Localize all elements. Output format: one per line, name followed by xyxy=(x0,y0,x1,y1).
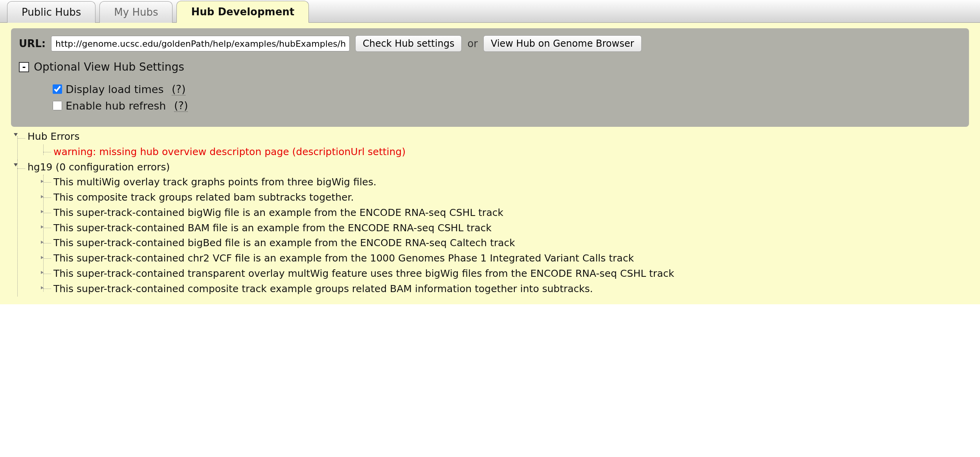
track-label[interactable]: This super-track-contained composite tra… xyxy=(53,283,593,294)
hub-errors-children: warning: missing hub overview descripton… xyxy=(42,144,980,160)
tab-bar: Public Hubs My Hubs Hub Development xyxy=(0,0,980,23)
url-label: URL: xyxy=(19,38,46,49)
settings-panel: URL: Check Hub settings or View Hub on G… xyxy=(11,28,969,127)
help-icon[interactable]: (?) xyxy=(174,99,188,112)
tree-leaf-track: This super-track-contained bigBed file i… xyxy=(42,236,980,251)
check-hub-settings-button[interactable]: Check Hub settings xyxy=(355,35,462,52)
tree-node-genome: hg19 (0 configuration errors) This multi… xyxy=(16,160,980,297)
track-label[interactable]: This composite track groups related bam … xyxy=(53,192,354,203)
tree-leaf-track: This super-track-contained chr2 VCF file… xyxy=(42,251,980,266)
display-load-times-row[interactable]: Display load times (?) xyxy=(51,83,961,95)
optional-settings-list: Display load times (?) Enable hub refres… xyxy=(51,83,961,112)
tree-toggle-icon[interactable] xyxy=(14,163,18,166)
tree-node-hub-errors: Hub Errors warning: missing hub overview… xyxy=(16,129,980,160)
help-icon[interactable]: (?) xyxy=(172,83,185,95)
tab-hub-development[interactable]: Hub Development xyxy=(176,1,309,23)
track-label[interactable]: This super-track-contained BAM file is a… xyxy=(53,222,492,234)
results-tree: Hub Errors warning: missing hub overview… xyxy=(16,129,980,296)
display-load-times-label: Display load times xyxy=(66,83,163,95)
hub-url-input[interactable] xyxy=(51,36,350,51)
enable-hub-refresh-label: Enable hub refresh xyxy=(66,100,166,112)
tree-leaf-track: This super-track-contained composite tra… xyxy=(42,282,980,297)
track-label[interactable]: This super-track-contained transparent o… xyxy=(53,268,674,279)
optional-settings-title: Optional View Hub Settings xyxy=(34,60,184,73)
tree-leaf-track: This super-track-contained BAM file is a… xyxy=(42,221,980,236)
optional-settings-expander: - Optional View Hub Settings xyxy=(19,60,961,73)
display-load-times-checkbox[interactable] xyxy=(53,84,62,94)
tree-leaf-track: This super-track-contained transparent o… xyxy=(42,266,980,282)
genome-label[interactable]: hg19 (0 configuration errors) xyxy=(28,161,170,173)
track-label[interactable]: This super-track-contained bigBed file i… xyxy=(53,237,515,249)
hub-errors-label[interactable]: Hub Errors xyxy=(28,131,79,142)
content-area: URL: Check Hub settings or View Hub on G… xyxy=(0,28,980,304)
tree-leaf-warning: warning: missing hub overview descripton… xyxy=(42,144,980,160)
view-hub-on-browser-button[interactable]: View Hub on Genome Browser xyxy=(483,35,642,52)
tree-leaf-track: This multiWig overlay track graphs point… xyxy=(42,175,980,190)
url-row: URL: Check Hub settings or View Hub on G… xyxy=(19,35,961,52)
tree-toggle-icon[interactable] xyxy=(14,133,18,136)
tab-public-hubs[interactable]: Public Hubs xyxy=(7,1,95,23)
tree-leaf-track: This composite track groups related bam … xyxy=(42,190,980,205)
collapse-icon[interactable]: - xyxy=(19,62,29,72)
track-label[interactable]: This super-track-contained bigWig file i… xyxy=(53,207,503,218)
genome-tracks-children: This multiWig overlay track graphs point… xyxy=(42,175,980,296)
tree-leaf-track: This super-track-contained bigWig file i… xyxy=(42,205,980,221)
enable-hub-refresh-checkbox[interactable] xyxy=(53,101,62,110)
track-label[interactable]: This multiWig overlay track graphs point… xyxy=(53,176,376,188)
hub-error-warning: warning: missing hub overview descripton… xyxy=(53,146,406,157)
page: Public Hubs My Hubs Hub Development URL:… xyxy=(0,0,980,304)
track-label[interactable]: This super-track-contained chr2 VCF file… xyxy=(53,252,634,264)
or-text: or xyxy=(467,38,478,49)
tab-my-hubs[interactable]: My Hubs xyxy=(99,1,173,23)
enable-hub-refresh-row[interactable]: Enable hub refresh (?) xyxy=(51,99,961,112)
